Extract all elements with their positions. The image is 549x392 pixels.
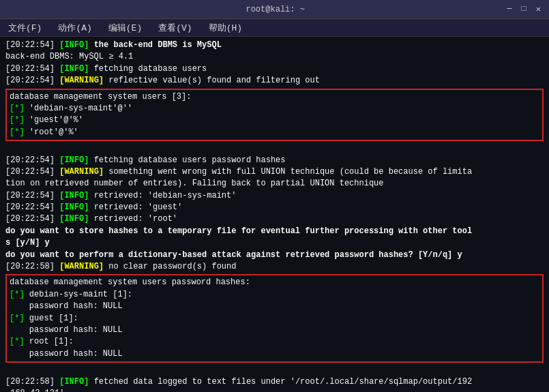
box1-line-4: [*] 'root'@'%' bbox=[10, 127, 539, 138]
box1-line-1: database management system users [3]: bbox=[10, 91, 539, 103]
line-6: [20:22:54] [WARNING] something went wron… bbox=[5, 166, 544, 178]
menubar: 文件(F) 动作(A) 编辑(E) 查看(V) 帮助(H) bbox=[0, 19, 549, 37]
box2-line-2: [*] debian-sys-maint [1]: bbox=[10, 289, 539, 301]
maximize-button[interactable]: □ bbox=[519, 4, 529, 14]
box2-line-1: database management system users passwor… bbox=[10, 277, 539, 288]
terminal[interactable]: [20:22:54] [INFO] the back-end DBMS is M… bbox=[0, 37, 549, 392]
line-blank-1 bbox=[5, 142, 544, 154]
line-9: [20:22:54] [INFO] retrieved: 'guest' bbox=[5, 202, 544, 213]
titlebar-title: root@kali: ~ bbox=[46, 5, 504, 14]
box2-line-5: password hash: NULL bbox=[10, 325, 539, 336]
line-12: s [y/N] y bbox=[5, 237, 544, 249]
menu-help[interactable]: 帮助(H) bbox=[206, 20, 245, 35]
line-3: [20:22:54] [INFO] fetching database user… bbox=[5, 63, 544, 75]
line-16: .168.42.131' bbox=[5, 388, 544, 392]
terminal-content: [20:22:54] [INFO] the back-end DBMS is M… bbox=[5, 40, 544, 392]
highlight-box-2: database management system users passwor… bbox=[5, 274, 544, 363]
box2-line-6: [*] root [1]: bbox=[10, 336, 539, 348]
menu-file[interactable]: 文件(F) bbox=[5, 20, 44, 35]
line-11: do you want to store hashes to a tempora… bbox=[5, 226, 544, 237]
box2-line-7: password hash: NULL bbox=[10, 348, 539, 360]
close-button[interactable]: ✕ bbox=[533, 4, 544, 14]
box1-line-3: [*] 'guest'@'%' bbox=[10, 115, 539, 126]
line-14: [20:22:58] [WARNING] no clear password(s… bbox=[5, 261, 544, 273]
titlebar: root@kali: ~ ─ □ ✕ bbox=[0, 0, 549, 19]
line-blank-2 bbox=[5, 364, 544, 376]
line-13: do you want to perform a dictionary-base… bbox=[5, 250, 544, 261]
box2-line-4: [*] guest [1]: bbox=[10, 313, 539, 325]
box1-line-2: [*] 'debian-sys-maint'@'' bbox=[10, 103, 539, 115]
highlight-box-1: database management system users [3]: [*… bbox=[5, 89, 544, 142]
menu-view[interactable]: 查看(V) bbox=[155, 20, 194, 35]
line-1: [20:22:54] [INFO] the back-end DBMS is M… bbox=[5, 40, 544, 51]
line-10: [20:22:54] [INFO] retrieved: 'root' bbox=[5, 213, 544, 225]
line-5: [20:22:54] [INFO] fetching database user… bbox=[5, 155, 544, 166]
menu-action[interactable]: 动作(A) bbox=[55, 20, 94, 35]
line-15: [20:22:58] [INFO] fetched data logged to… bbox=[5, 376, 544, 388]
titlebar-controls: ─ □ ✕ bbox=[504, 4, 544, 14]
line-2: back-end DBMS: MySQL ≥ 4.1 bbox=[5, 51, 544, 63]
line-4: [20:22:54] [WARNING] reflective value(s)… bbox=[5, 75, 544, 87]
box2-line-3: password hash: NULL bbox=[10, 301, 539, 312]
minimize-button[interactable]: ─ bbox=[504, 4, 514, 14]
line-8: [20:22:54] [INFO] retrieved: 'debian-sys… bbox=[5, 190, 544, 202]
line-7: tion on retrieved number of entries). Fa… bbox=[5, 178, 544, 190]
menu-edit[interactable]: 编辑(E) bbox=[106, 20, 145, 35]
